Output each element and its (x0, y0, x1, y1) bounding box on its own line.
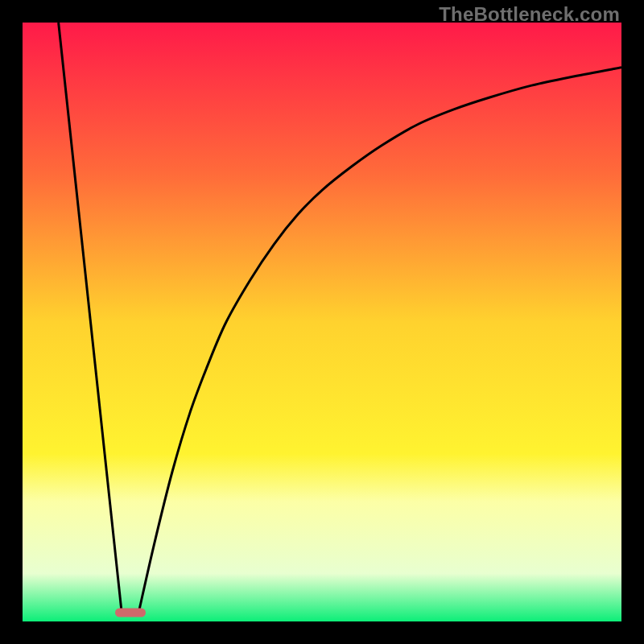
plot-area (23, 23, 621, 621)
bottleneck-marker (115, 608, 146, 617)
left-line-path (59, 23, 122, 609)
right-curve-path (139, 68, 621, 609)
chart-frame: TheBottleneck.com (0, 0, 644, 644)
watermark-text: TheBottleneck.com (439, 3, 620, 26)
curve-layer (23, 23, 621, 621)
